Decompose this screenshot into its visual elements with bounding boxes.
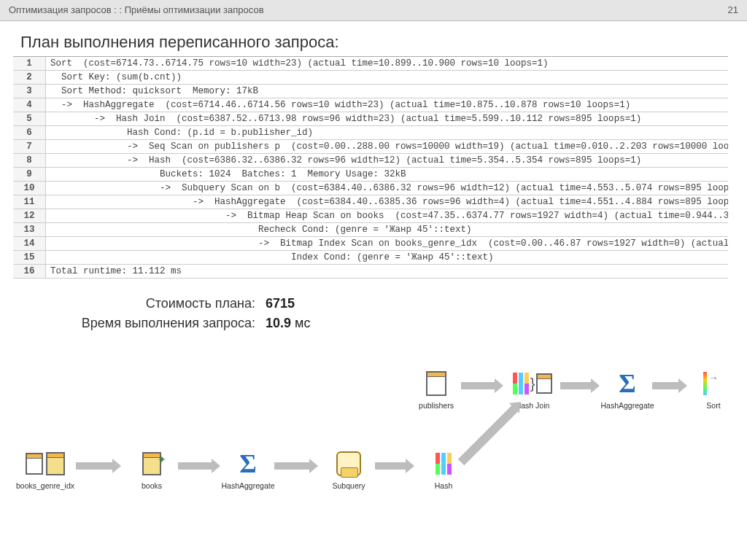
- plan-line: Buckets: 1024 Batches: 1 Memory Usage: 3…: [46, 168, 728, 181]
- query-plan-table: 1Sort (cost=6714.73..6714.75 rows=10 wid…: [13, 56, 728, 279]
- plan-row: 14 -> Bitmap Index Scan on books_genre_i…: [13, 237, 728, 251]
- line-number: 1: [13, 57, 46, 70]
- line-number: 7: [13, 140, 46, 153]
- node-books-genre-idx: books_genre_idx: [16, 448, 74, 490]
- plan-line: -> Hash Join (cost=6387.52..6713.98 rows…: [46, 112, 728, 125]
- arrow-icon: [375, 462, 407, 470]
- plan-line: -> Bitmap Heap Scan on books (cost=47.35…: [46, 209, 728, 222]
- plan-line: -> HashAggregate (cost=6714.46..6714.56 …: [46, 98, 728, 112]
- time-label: Время выполнения запроса:: [29, 316, 266, 331]
- plan-row: 8 -> Hash (cost=6386.32..6386.32 rows=96…: [13, 154, 728, 168]
- arrow-icon: [458, 405, 519, 465]
- cost-label: Стоимость плана:: [29, 296, 266, 311]
- plan-line: Index Cond: (genre = 'Жанр 45'::text): [46, 251, 728, 264]
- line-number: 6: [13, 126, 46, 139]
- plan-line: -> Bitmap Index Scan on books_genre_idx …: [46, 237, 728, 250]
- plan-row: 15 Index Cond: (genre = 'Жанр 45'::text): [13, 251, 728, 265]
- arrow-icon: [76, 462, 114, 470]
- plan-line: Sort Key: (sum(b.cnt)): [46, 71, 728, 84]
- node-books: ✦ books: [123, 448, 181, 490]
- line-number: 14: [13, 237, 46, 250]
- line-number: 5: [13, 112, 46, 125]
- plan-line: Sort (cost=6714.73..6714.75 rows=10 widt…: [46, 57, 728, 70]
- line-number: 15: [13, 251, 46, 264]
- arrow-icon: [560, 382, 592, 389]
- page-title: План выполнения переписанного запроса:: [20, 33, 747, 52]
- plan-row: 2 Sort Key: (sum(b.cnt)): [13, 71, 728, 85]
- slide-header: Оптимизация запросов : : Приёмы оптимиза…: [0, 0, 747, 21]
- plan-line: Recheck Cond: (genre = 'Жанр 45'::text): [46, 223, 728, 236]
- plan-metrics: Стоимость плана: 6715 Время выполнения з…: [29, 296, 747, 331]
- plan-line: Sort Method: quicksort Memory: 17kB: [46, 85, 728, 98]
- plan-row: 3 Sort Method: quicksort Memory: 17kB: [13, 85, 728, 98]
- node-sort: → Sort: [684, 368, 743, 410]
- line-number: 10: [13, 182, 46, 195]
- node-subquery: Subquery: [320, 448, 378, 490]
- line-number: 4: [13, 98, 46, 112]
- plan-row: 16Total runtime: 11.112 ms: [13, 265, 728, 279]
- line-number: 3: [13, 85, 46, 98]
- plan-row: 13 Recheck Cond: (genre = 'Жанр 45'::tex…: [13, 223, 728, 237]
- line-number: 13: [13, 223, 46, 236]
- node-hashaggregate-1: Σ HashAggregate: [219, 448, 277, 490]
- plan-row: 9 Buckets: 1024 Batches: 1 Memory Usage:…: [13, 168, 728, 182]
- plan-row: 12 -> Bitmap Heap Scan on books (cost=47…: [13, 209, 728, 223]
- plan-row: 11 -> HashAggregate (cost=6384.40..6385.…: [13, 195, 728, 209]
- plan-row: 6 Hash Cond: (p.id = b.publisher_id): [13, 126, 728, 140]
- line-number: 12: [13, 209, 46, 222]
- plan-line: Hash Cond: (p.id = b.publisher_id): [46, 126, 728, 139]
- plan-line: -> Seq Scan on publishers p (cost=0.00..…: [46, 140, 728, 153]
- cost-value: 6715: [266, 296, 295, 311]
- page-number: 21: [728, 0, 738, 20]
- plan-row: 7 -> Seq Scan on publishers p (cost=0.00…: [13, 140, 728, 154]
- line-number: 16: [13, 265, 46, 278]
- plan-line: -> HashAggregate (cost=6384.40..6385.36 …: [46, 195, 728, 209]
- line-number: 11: [13, 195, 46, 209]
- node-hashaggregate-2: Σ HashAggregate: [598, 368, 657, 410]
- plan-row: 5 -> Hash Join (cost=6387.52..6713.98 ro…: [13, 112, 728, 126]
- node-publishers: publishers: [407, 368, 465, 410]
- arrow-icon: [461, 382, 496, 389]
- arrow-icon: [178, 462, 213, 470]
- line-number: 9: [13, 168, 46, 181]
- plan-diagram: publishers } Hash Join Σ HashAggregate →…: [0, 368, 747, 506]
- sigma-icon: Σ: [619, 368, 636, 399]
- plan-row: 1Sort (cost=6714.73..6714.75 rows=10 wid…: [13, 57, 728, 71]
- plan-line: -> Hash (cost=6386.32..6386.32 rows=96 w…: [46, 154, 728, 167]
- plan-line: Total runtime: 11.112 ms: [46, 265, 728, 278]
- plan-row: 4 -> HashAggregate (cost=6714.46..6714.5…: [13, 98, 728, 112]
- line-number: 2: [13, 71, 46, 84]
- arrow-icon: [274, 462, 311, 470]
- plan-row: 10 -> Subquery Scan on b (cost=6384.40..…: [13, 182, 728, 195]
- time-value: 10.9 мс: [266, 316, 310, 331]
- arrow-icon: [652, 382, 680, 389]
- plan-line: -> Subquery Scan on b (cost=6384.40..638…: [46, 182, 728, 195]
- sigma-icon: Σ: [239, 448, 257, 479]
- line-number: 8: [13, 154, 46, 167]
- breadcrumb: Оптимизация запросов : : Приёмы оптимиза…: [9, 0, 264, 20]
